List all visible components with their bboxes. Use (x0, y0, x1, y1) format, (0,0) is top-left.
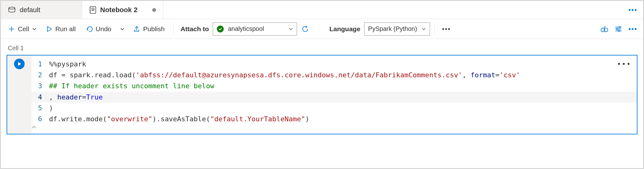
cell-gutter (7, 56, 32, 134)
line-number: 3 (32, 80, 49, 91)
svg-rect-1 (90, 7, 96, 13)
cell-more-button[interactable]: ••• (617, 59, 631, 70)
add-cell-label: Cell (18, 25, 29, 33)
status-ok-icon (217, 26, 224, 32)
settings-button[interactable] (612, 24, 625, 34)
chevron-down-icon (120, 27, 124, 31)
add-cell-button[interactable]: Cell (4, 23, 41, 35)
publish-label: Publish (143, 25, 165, 33)
tab-label: default (20, 6, 40, 14)
cell-collapse-handle[interactable] (32, 124, 637, 129)
publish-button[interactable]: Publish (129, 23, 169, 35)
chevron-down-icon (32, 27, 37, 31)
more-tabs-icon[interactable]: ••• (628, 6, 637, 14)
undo-dropdown-button[interactable] (117, 25, 128, 33)
variables-icon (600, 25, 608, 33)
variables-button[interactable] (598, 23, 611, 35)
code-text: ## If header exists uncomment line below (49, 80, 214, 91)
chevron-down-icon (289, 27, 293, 31)
language-dropdown[interactable]: PySpark (Python) (364, 22, 430, 36)
attach-to-value: analyticspool (228, 25, 284, 32)
svg-point-0 (9, 7, 15, 9)
sliders-icon (615, 26, 622, 32)
undo-label: Undo (96, 25, 111, 33)
toolbar-separator (173, 23, 174, 35)
chevron-down-icon (422, 27, 426, 31)
toolbar-overflow-button[interactable]: ••• (626, 23, 640, 35)
line-number: 6 (32, 113, 49, 124)
play-icon (46, 26, 52, 32)
svg-marker-11 (47, 27, 51, 31)
cell-label: Cell 1 (7, 45, 637, 52)
svg-point-20 (618, 30, 620, 31)
run-all-label: Run all (55, 25, 76, 33)
code-text: %%pyspark (49, 59, 86, 70)
ellipsis-icon: ••• (628, 25, 637, 33)
tab-notebook-2[interactable]: Notebook 2 (82, 1, 163, 19)
database-icon (8, 7, 16, 13)
run-cell-button[interactable] (14, 59, 25, 69)
code-text: df = spark.read.load('abfss://default@az… (49, 70, 520, 80)
toolbar-separator (434, 23, 435, 35)
ellipsis-icon: ••• (442, 25, 451, 33)
code-text: df.write.mode("overwrite").saveAsTable("… (49, 113, 309, 124)
svg-point-16 (619, 26, 620, 28)
toolbar-more-button[interactable]: ••• (439, 23, 454, 35)
code-cell: ••• 1 %%pyspark 2 df = spark.read.load('… (7, 55, 637, 134)
attach-to-dropdown[interactable]: analyticspool (213, 22, 297, 36)
line-number: 5 (32, 103, 49, 113)
code-text: , header=True (49, 92, 103, 103)
code-editor[interactable]: ••• 1 %%pyspark 2 df = spark.read.load('… (32, 56, 637, 134)
attach-to-label: Attach to (178, 25, 212, 33)
run-all-button[interactable]: Run all (42, 23, 80, 35)
undo-icon (86, 26, 93, 32)
refresh-icon (301, 25, 309, 33)
tab-label: Notebook 2 (100, 6, 138, 14)
undo-button[interactable]: Undo (81, 23, 116, 35)
tab-default[interactable]: default (1, 1, 82, 19)
line-number: 1 (32, 59, 49, 70)
plus-icon (8, 26, 15, 32)
unsaved-indicator-icon (152, 8, 156, 12)
svg-point-18 (616, 28, 618, 30)
notebook-icon (89, 6, 96, 14)
language-label: Language (327, 25, 363, 33)
line-number: 2 (32, 70, 49, 80)
svg-marker-21 (18, 62, 21, 66)
language-value: PySpark (Python) (368, 25, 417, 32)
code-text: ) (49, 103, 53, 113)
refresh-button[interactable] (298, 23, 312, 35)
publish-icon (133, 26, 140, 32)
line-number: 4 (32, 92, 49, 103)
